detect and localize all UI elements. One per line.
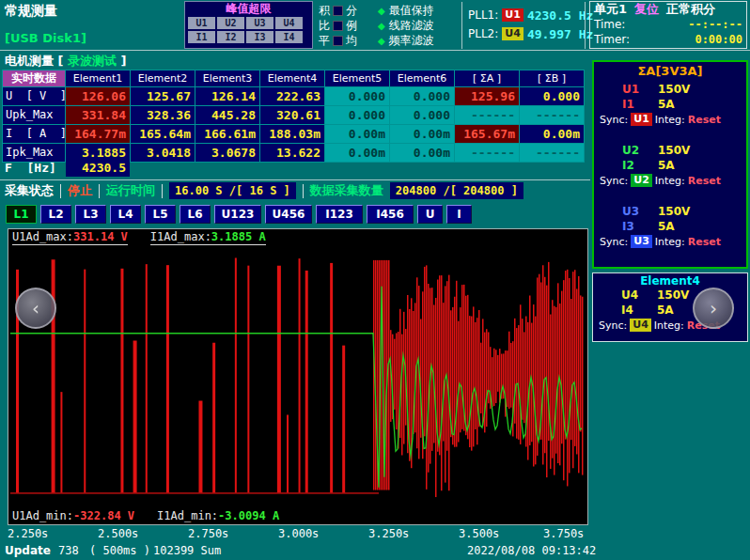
peak-over-range-title: 峰值超限	[185, 2, 312, 16]
integ-state: Reset	[688, 236, 721, 248]
u1-channel: U1	[622, 83, 658, 96]
frequency-value: 4230.5	[66, 159, 130, 177]
pll2-label: PLL2:	[468, 27, 498, 40]
x-tick: 3.250s	[368, 527, 409, 540]
sync-label: Sync:	[600, 175, 628, 187]
peak-indicator-u1: U1	[188, 17, 215, 29]
tab-l6[interactable]: L6	[180, 205, 211, 224]
flag-scaling: 比 例	[319, 18, 357, 33]
divider	[60, 184, 61, 198]
umin-label: U1Ad_min:	[12, 509, 73, 522]
table-cell: 164.77m	[66, 125, 130, 143]
tab-u[interactable]: U	[417, 205, 443, 224]
timer-label: Timer:	[594, 33, 630, 46]
sync-label: Sync:	[599, 319, 627, 332]
row-label-voltage: U [ V ]	[3, 87, 65, 105]
timer-row: Timer: 0:00:00	[590, 32, 746, 47]
element1-group: U1150V I15A Sync: U1 Integ: Reset	[594, 82, 746, 127]
imax-label: I1Ad_max:	[150, 230, 211, 243]
integ-label: Integ:	[655, 114, 685, 126]
scroll-right-knob[interactable]: ›	[693, 288, 734, 329]
table-cell: 165.67m	[455, 125, 519, 143]
header-divider	[461, 2, 462, 49]
table-cell: 188.03m	[260, 125, 324, 143]
u3-channel: U3	[622, 205, 658, 218]
usb-disk-label: [USB Disk1]	[5, 31, 86, 45]
chevron-right-icon: ›	[710, 297, 717, 319]
unit-status-panel: 单元1 复位 正常积分 Time: --:--:-- Timer: 0:00:0…	[589, 1, 747, 49]
tab-l3[interactable]: L3	[75, 205, 106, 224]
umax-label: U1Ad_max:	[12, 230, 73, 243]
unit-integration-mode: 正常积分	[666, 1, 715, 18]
freq-filter-label: 频率滤波	[389, 33, 434, 49]
divider	[162, 184, 163, 198]
imax-value: 3.1885 A	[211, 230, 266, 243]
table-cell: 3.0678	[195, 144, 259, 162]
tab-i123[interactable]: I123	[316, 205, 363, 224]
flag-label: 分	[346, 3, 357, 19]
scroll-left-knob[interactable]: ‹	[15, 288, 56, 329]
col-header-element6: Element6	[390, 70, 454, 86]
tab-i[interactable]: I	[446, 205, 472, 224]
table-cell: 328.36	[131, 106, 195, 124]
mode-flags: 积 分 比 例 平 均	[319, 3, 357, 48]
max-hold-flag: ◆ 最值保持	[378, 3, 434, 18]
diamond-icon: ◆	[378, 6, 385, 16]
peak-indicator-u3: U3	[246, 17, 273, 29]
recording-mode-label: 录波测试	[68, 54, 117, 68]
col-header-element4: Element4	[260, 70, 324, 86]
table-cell: 0.00m	[390, 144, 454, 162]
acq-status-label: 采集状态	[5, 182, 54, 199]
flag-integration: 积 分	[319, 3, 357, 18]
flag-label: 比	[319, 18, 330, 34]
table-cell: ------	[520, 106, 584, 124]
i2-range: 5A	[658, 159, 675, 172]
i1-channel: I1	[622, 98, 658, 111]
integ-state: Reset	[688, 114, 721, 126]
peak-indicator-u4: U4	[275, 17, 303, 29]
pll2-row: PLL2: U4 49.997 Hz	[468, 24, 593, 43]
tab-i456[interactable]: I456	[367, 205, 414, 224]
i4-channel: I4	[621, 303, 657, 317]
tab-l5[interactable]: L5	[145, 205, 176, 224]
analyzer-screen: 常规测量 [USB Disk1] 峰值超限 U1 U2 U3 U4 I1 I2 …	[0, 0, 750, 560]
table-cell: 222.63	[260, 87, 324, 105]
peak-u-indicators: U1 U2 U3 U4	[185, 16, 312, 30]
table-cell: 0.00m	[520, 125, 584, 143]
pll1-row: PLL1: U1 4230.5 Hz	[468, 6, 593, 24]
table-cell: 0.000	[520, 87, 584, 105]
tab-l1[interactable]: L1	[6, 205, 37, 224]
table-cell: ------	[455, 106, 519, 124]
motor-test-label: 电机测量	[5, 54, 54, 68]
table-cell: 125.96	[455, 87, 519, 105]
row-label-ipk-max: Ipk_Max	[3, 144, 65, 162]
pll1-label: PLL1:	[468, 8, 498, 22]
flag-label: 积	[319, 3, 330, 19]
sync-source-badge: U4	[630, 319, 651, 332]
peak-i-indicators: I1 I2 I3 I4	[185, 30, 312, 44]
sample-count-value: 204800 /[ 204800 ]	[390, 182, 523, 199]
tab-l4[interactable]: L4	[110, 205, 141, 224]
table-cell: 331.84	[66, 106, 130, 124]
scope-min-readouts: U1Ad_min: -322.84 V I1Ad_min: -3.0094 A	[12, 509, 279, 522]
row-label-upk-max: Upk_Max	[3, 106, 65, 124]
tab-l2[interactable]: L2	[40, 205, 71, 224]
table-cell: 0.000	[390, 87, 454, 105]
tab-u456[interactable]: U456	[265, 205, 312, 224]
pll1-source-badge: U1	[502, 8, 523, 22]
peak-over-range-panel: 峰值超限 U1 U2 U3 U4 I1 I2 I3 I4	[184, 1, 313, 49]
line-filter-label: 线路滤波	[389, 18, 434, 34]
flag-averaging: 平 均	[319, 33, 357, 48]
pll2-source-badge: U4	[502, 27, 523, 40]
table-cell: 0.00m	[325, 144, 389, 162]
u4-channel: U4	[621, 288, 657, 302]
x-tick: 3.750s	[543, 527, 584, 540]
umax-value: 331.14 V	[73, 230, 128, 243]
update-label: Update	[5, 544, 51, 557]
umax-readout: U1Ad_max: 331.14 V	[12, 230, 128, 245]
runtime-label: 运行时间	[106, 182, 155, 199]
tab-u123[interactable]: U123	[214, 205, 261, 224]
x-tick: 2.500s	[98, 527, 138, 540]
table-cell: 126.14	[195, 87, 259, 105]
acq-state-stopped: 停止	[68, 182, 92, 199]
